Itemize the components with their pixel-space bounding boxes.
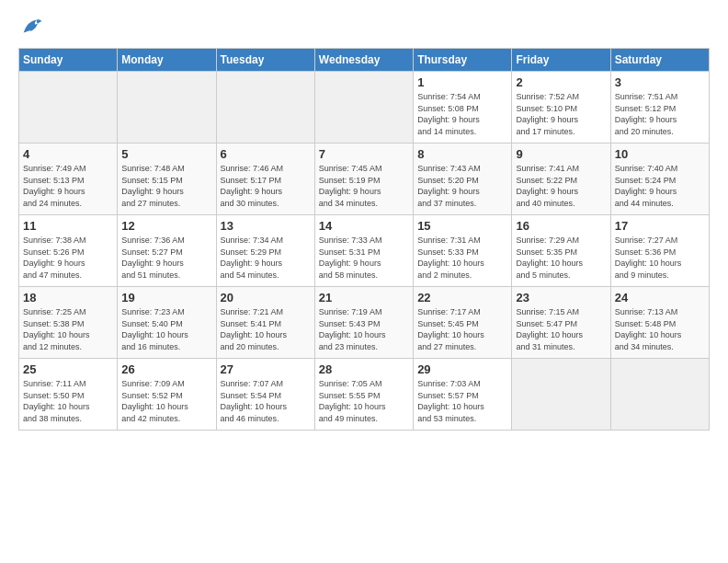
day-number: 4 [23, 147, 113, 161]
day-info: Sunrise: 7:46 AM Sunset: 5:17 PM Dayligh… [221, 163, 311, 209]
col-header-monday: Monday [118, 49, 216, 72]
day-number: 27 [221, 362, 311, 376]
day-info: Sunrise: 7:43 AM Sunset: 5:20 PM Dayligh… [417, 163, 507, 209]
day-number: 5 [121, 147, 211, 161]
day-number: 10 [615, 147, 705, 161]
day-cell: 2Sunrise: 7:52 AM Sunset: 5:10 PM Daylig… [512, 72, 610, 144]
col-header-tuesday: Tuesday [216, 49, 314, 72]
day-info: Sunrise: 7:19 AM Sunset: 5:43 PM Dayligh… [319, 306, 409, 352]
day-number: 7 [319, 147, 409, 161]
day-number: 9 [516, 147, 606, 161]
day-info: Sunrise: 7:03 AM Sunset: 5:57 PM Dayligh… [417, 378, 507, 424]
day-info: Sunrise: 7:07 AM Sunset: 5:54 PM Dayligh… [221, 378, 311, 424]
day-info: Sunrise: 7:25 AM Sunset: 5:38 PM Dayligh… [23, 306, 113, 352]
day-info: Sunrise: 7:36 AM Sunset: 5:27 PM Dayligh… [121, 235, 211, 281]
col-header-thursday: Thursday [414, 49, 512, 72]
week-row-5: 25Sunrise: 7:11 AM Sunset: 5:50 PM Dayli… [19, 359, 710, 431]
day-cell: 5Sunrise: 7:48 AM Sunset: 5:15 PM Daylig… [118, 144, 216, 215]
day-info: Sunrise: 7:49 AM Sunset: 5:13 PM Dayligh… [23, 163, 113, 209]
day-cell: 26Sunrise: 7:09 AM Sunset: 5:52 PM Dayli… [118, 359, 216, 431]
day-number: 2 [516, 75, 606, 89]
day-cell: 8Sunrise: 7:43 AM Sunset: 5:20 PM Daylig… [414, 144, 512, 215]
day-cell [19, 72, 118, 144]
day-info: Sunrise: 7:48 AM Sunset: 5:15 PM Dayligh… [121, 163, 211, 209]
day-number: 18 [23, 291, 113, 304]
header-row: SundayMondayTuesdayWednesdayThursdayFrid… [19, 49, 710, 72]
day-cell: 27Sunrise: 7:07 AM Sunset: 5:54 PM Dayli… [216, 359, 314, 431]
day-cell: 1Sunrise: 7:54 AM Sunset: 5:08 PM Daylig… [414, 72, 512, 144]
day-cell: 3Sunrise: 7:51 AM Sunset: 5:12 PM Daylig… [610, 72, 709, 144]
day-cell: 11Sunrise: 7:38 AM Sunset: 5:26 PM Dayli… [19, 215, 118, 287]
day-number: 13 [221, 219, 311, 233]
day-info: Sunrise: 7:11 AM Sunset: 5:50 PM Dayligh… [23, 378, 113, 424]
calendar-table: SundayMondayTuesdayWednesdayThursdayFrid… [18, 48, 710, 431]
day-number: 11 [23, 219, 113, 233]
day-cell: 25Sunrise: 7:11 AM Sunset: 5:50 PM Dayli… [19, 359, 118, 431]
day-cell: 4Sunrise: 7:49 AM Sunset: 5:13 PM Daylig… [19, 144, 118, 215]
page: SundayMondayTuesdayWednesdayThursdayFrid… [0, 0, 728, 563]
week-row-4: 18Sunrise: 7:25 AM Sunset: 5:38 PM Dayli… [19, 287, 710, 359]
day-number: 20 [221, 291, 311, 304]
day-info: Sunrise: 7:51 AM Sunset: 5:12 PM Dayligh… [615, 91, 705, 137]
day-number: 29 [417, 362, 507, 376]
day-cell [610, 359, 709, 431]
day-info: Sunrise: 7:38 AM Sunset: 5:26 PM Dayligh… [23, 235, 113, 281]
day-cell: 22Sunrise: 7:17 AM Sunset: 5:45 PM Dayli… [414, 287, 512, 359]
col-header-wednesday: Wednesday [314, 49, 413, 72]
day-cell: 10Sunrise: 7:40 AM Sunset: 5:24 PM Dayli… [610, 144, 709, 215]
header [18, 15, 710, 40]
day-cell: 15Sunrise: 7:31 AM Sunset: 5:33 PM Dayli… [414, 215, 512, 287]
week-row-3: 11Sunrise: 7:38 AM Sunset: 5:26 PM Dayli… [19, 215, 710, 287]
day-info: Sunrise: 7:31 AM Sunset: 5:33 PM Dayligh… [417, 235, 507, 281]
day-number: 24 [615, 291, 705, 304]
day-cell: 18Sunrise: 7:25 AM Sunset: 5:38 PM Dayli… [19, 287, 118, 359]
day-number: 23 [516, 291, 606, 304]
day-info: Sunrise: 7:40 AM Sunset: 5:24 PM Dayligh… [615, 163, 705, 209]
day-cell: 12Sunrise: 7:36 AM Sunset: 5:27 PM Dayli… [118, 215, 216, 287]
day-number: 19 [121, 291, 211, 304]
day-info: Sunrise: 7:21 AM Sunset: 5:41 PM Dayligh… [221, 306, 311, 352]
day-info: Sunrise: 7:54 AM Sunset: 5:08 PM Dayligh… [417, 91, 507, 137]
day-number: 21 [319, 291, 409, 304]
day-number: 15 [417, 219, 507, 233]
day-cell: 19Sunrise: 7:23 AM Sunset: 5:40 PM Dayli… [118, 287, 216, 359]
day-info: Sunrise: 7:34 AM Sunset: 5:29 PM Dayligh… [221, 235, 311, 281]
logo [18, 15, 48, 40]
day-cell: 23Sunrise: 7:15 AM Sunset: 5:47 PM Dayli… [512, 287, 610, 359]
day-number: 16 [516, 219, 606, 233]
day-info: Sunrise: 7:17 AM Sunset: 5:45 PM Dayligh… [417, 306, 507, 352]
day-info: Sunrise: 7:45 AM Sunset: 5:19 PM Dayligh… [319, 163, 409, 209]
day-number: 12 [121, 219, 211, 233]
day-cell [216, 72, 314, 144]
day-number: 28 [319, 362, 409, 376]
day-cell: 7Sunrise: 7:45 AM Sunset: 5:19 PM Daylig… [314, 144, 413, 215]
day-number: 14 [319, 219, 409, 233]
day-number: 25 [23, 362, 113, 376]
day-cell: 14Sunrise: 7:33 AM Sunset: 5:31 PM Dayli… [314, 215, 413, 287]
day-info: Sunrise: 7:29 AM Sunset: 5:35 PM Dayligh… [516, 235, 606, 281]
day-cell [512, 359, 610, 431]
day-info: Sunrise: 7:41 AM Sunset: 5:22 PM Dayligh… [516, 163, 606, 209]
day-info: Sunrise: 7:33 AM Sunset: 5:31 PM Dayligh… [319, 235, 409, 281]
col-header-saturday: Saturday [610, 49, 709, 72]
day-info: Sunrise: 7:23 AM Sunset: 5:40 PM Dayligh… [121, 306, 211, 352]
day-cell: 24Sunrise: 7:13 AM Sunset: 5:48 PM Dayli… [610, 287, 709, 359]
day-number: 26 [121, 362, 211, 376]
day-cell: 13Sunrise: 7:34 AM Sunset: 5:29 PM Dayli… [216, 215, 314, 287]
day-number: 17 [615, 219, 705, 233]
day-number: 1 [417, 75, 507, 89]
day-cell: 28Sunrise: 7:05 AM Sunset: 5:55 PM Dayli… [314, 359, 413, 431]
day-cell: 29Sunrise: 7:03 AM Sunset: 5:57 PM Dayli… [414, 359, 512, 431]
day-number: 8 [417, 147, 507, 161]
col-header-friday: Friday [512, 49, 610, 72]
day-cell: 9Sunrise: 7:41 AM Sunset: 5:22 PM Daylig… [512, 144, 610, 215]
day-cell [314, 72, 413, 144]
day-number: 6 [221, 147, 311, 161]
day-number: 3 [615, 75, 705, 89]
logo-bird-icon [18, 15, 44, 40]
day-info: Sunrise: 7:15 AM Sunset: 5:47 PM Dayligh… [516, 306, 606, 352]
day-cell: 16Sunrise: 7:29 AM Sunset: 5:35 PM Dayli… [512, 215, 610, 287]
day-info: Sunrise: 7:09 AM Sunset: 5:52 PM Dayligh… [121, 378, 211, 424]
week-row-2: 4Sunrise: 7:49 AM Sunset: 5:13 PM Daylig… [19, 144, 710, 215]
day-number: 22 [417, 291, 507, 304]
